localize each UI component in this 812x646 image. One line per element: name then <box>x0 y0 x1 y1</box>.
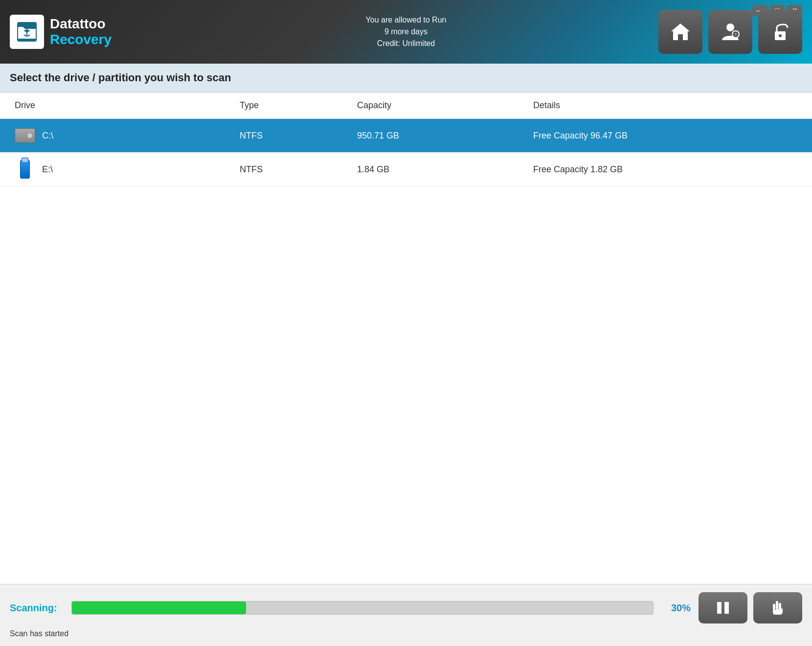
svg-rect-9 <box>717 602 722 614</box>
scan-status: Scan has started <box>10 629 68 638</box>
scan-control-buttons <box>699 592 802 623</box>
drive-cell-e: E:\ <box>10 153 235 186</box>
col-drive: Drive <box>10 92 235 118</box>
logo-name-top: Datattoo <box>50 16 112 32</box>
capacity-cell-c: 950.71 GB <box>352 122 528 150</box>
col-type: Type <box>235 92 352 118</box>
table-row[interactable]: C:\ NTFS 950.71 GB Free Capacity 96.47 G… <box>0 119 812 153</box>
home-button[interactable] <box>658 10 702 54</box>
table-row[interactable]: E:\ NTFS 1.84 GB Free Capacity 1.82 GB <box>0 153 812 186</box>
drive-label-e: E:\ <box>42 164 53 175</box>
bottom-row: Scan has started <box>10 627 802 638</box>
subtitle-bar: Select the drive / partition you wish to… <box>0 64 812 92</box>
svg-point-4 <box>726 23 734 31</box>
support-button[interactable]: ? <box>708 10 752 54</box>
pause-button[interactable] <box>699 592 747 623</box>
header-nav-buttons: ? <box>658 10 802 54</box>
license-info: You are allowed to Run 9 more days Credi… <box>366 14 447 49</box>
details-cell-e: Free Capacity 1.82 GB <box>528 156 802 184</box>
drive-cell-c: C:\ <box>10 119 235 152</box>
logo-icon <box>10 15 44 49</box>
app-logo: Datattoo Recovery <box>10 15 112 49</box>
svg-rect-12 <box>779 603 781 610</box>
capacity-cell-e: 1.84 GB <box>352 156 528 184</box>
progress-bar-fill <box>72 601 246 614</box>
license-line1: You are allowed to Run <box>366 14 447 26</box>
hdd-drive-icon <box>15 128 35 143</box>
unlock-button[interactable] <box>758 10 802 54</box>
app-header: — □ ✕ Datattoo Recovery You are allowed … <box>0 0 812 64</box>
page-title: Select the drive / partition you wish to… <box>10 71 802 84</box>
progress-bar-background <box>71 601 654 615</box>
usb-drive-icon <box>15 162 35 177</box>
scan-label: Scanning: <box>10 602 64 614</box>
svg-rect-13 <box>773 604 775 610</box>
col-capacity: Capacity <box>352 92 528 118</box>
table-header: Drive Type Capacity Details <box>0 92 812 119</box>
drive-label-c: C:\ <box>42 131 53 141</box>
scan-row: Scanning: 30% <box>10 592 802 623</box>
svg-rect-10 <box>724 602 729 614</box>
svg-point-8 <box>779 34 782 37</box>
col-details: Details <box>528 92 802 118</box>
svg-text:?: ? <box>734 32 737 37</box>
type-cell-c: NTFS <box>235 122 352 150</box>
drive-table: Drive Type Capacity Details C:\ NTFS 950… <box>0 92 812 584</box>
table-body: C:\ NTFS 950.71 GB Free Capacity 96.47 G… <box>0 119 812 584</box>
logo-text: Datattoo Recovery <box>50 16 112 47</box>
progress-percentage: 30% <box>661 602 691 614</box>
license-line2: 9 more days <box>366 26 447 38</box>
svg-rect-11 <box>776 601 778 609</box>
credit-label: Credit: Unlimited <box>366 38 447 49</box>
footer: Scanning: 30% <box>0 584 812 646</box>
logo-name-bottom: Recovery <box>50 32 112 47</box>
details-cell-c: Free Capacity 96.47 GB <box>528 122 802 150</box>
stop-button[interactable] <box>753 592 802 623</box>
type-cell-e: NTFS <box>235 156 352 184</box>
